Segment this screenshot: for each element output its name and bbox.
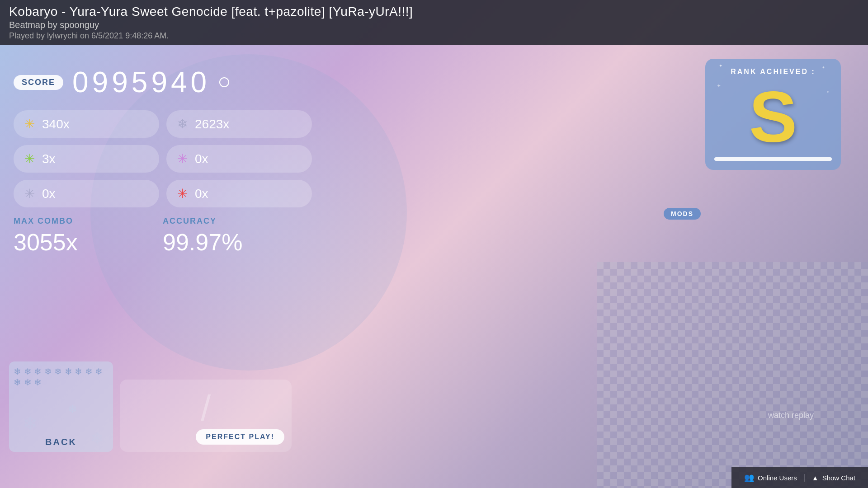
- miss-value: 0x: [195, 187, 208, 201]
- hitgeki-value: 0x: [42, 187, 56, 201]
- play-info: Played by lylwrychi on 6/5/2021 9:48:26 …: [9, 31, 859, 41]
- hitkatu-icon: ✳: [177, 151, 188, 166]
- online-users-button[interactable]: 👥 Online Users: [737, 473, 804, 483]
- rank-star-1: ✦: [719, 63, 722, 68]
- show-chat-button[interactable]: ▲ Show Chat: [804, 474, 863, 482]
- rank-letter: S: [714, 80, 832, 153]
- hitkatu-value: 0x: [195, 152, 208, 166]
- rank-achieved-label: RANK ACHIEVED :: [714, 68, 832, 76]
- watch-replay-button[interactable]: watch replay: [768, 411, 814, 420]
- max-combo-value: 3055x: [14, 229, 163, 256]
- hit100-icon: ❄: [177, 117, 188, 131]
- max-combo-label: MAX COMBO: [14, 216, 163, 226]
- perfect-play-area: PERFECT PLAY!: [120, 380, 292, 452]
- score-row: SCORE 0995940: [14, 66, 312, 99]
- hit50-icon: ✳: [24, 151, 35, 166]
- rank-card: ✦ ✦ RANK ACHIEVED : ✦ ✦ S: [705, 59, 841, 170]
- hit300-value: 340x: [42, 117, 70, 131]
- back-label: BACK: [45, 437, 77, 447]
- rank-star-3: ✦: [717, 83, 721, 89]
- score-circle-icon: [219, 77, 229, 87]
- rank-white-bar: [714, 157, 832, 161]
- bottom-stats: MAX COMBO 3055x ACCURACY 99.97%: [14, 216, 312, 256]
- song-title: Kobaryo - Yura-Yura Sweet Genocide [feat…: [9, 5, 859, 19]
- rank-star-4: ✦: [826, 89, 830, 94]
- score-label-badge: SCORE: [14, 75, 63, 90]
- stat-pill-hitkatu: ✳ 0x: [166, 145, 312, 173]
- rank-star-2: ✦: [822, 66, 825, 70]
- perfect-play-container: PERFECT PLAY!: [120, 380, 292, 452]
- stat-pill-hit50: ✳ 3x: [14, 145, 159, 173]
- title-bar: Kobaryo - Yura-Yura Sweet Genocide [feat…: [0, 0, 868, 45]
- stat-pill-hitgeki: ✳ 0x: [14, 180, 159, 207]
- hit300-icon: ✳: [24, 117, 35, 131]
- bottom-bar: 👥 Online Users ▲ Show Chat: [731, 467, 868, 488]
- max-combo-section: MAX COMBO 3055x: [14, 216, 163, 256]
- beatmap-author: Beatmap by spoonguy: [9, 20, 859, 30]
- rank-panel: ✦ ✦ RANK ACHIEVED : ✦ ✦ S: [705, 59, 841, 170]
- online-users-label: Online Users: [758, 474, 797, 482]
- stat-pill-miss: ✳ 0x: [166, 180, 312, 207]
- hit100-value: 2623x: [195, 117, 229, 131]
- score-value: 0995940: [72, 66, 210, 99]
- bg-checker-pattern: [597, 262, 868, 488]
- perfect-play-button[interactable]: PERFECT PLAY!: [196, 429, 284, 445]
- accuracy-value: 99.97%: [163, 229, 312, 256]
- chevron-up-icon: ▲: [812, 474, 819, 482]
- miss-icon: ✳: [177, 186, 188, 201]
- stat-pill-hit100: ❄ 2623x: [166, 110, 312, 138]
- stats-grid: ✳ 340x ❄ 2623x ✳ 3x ✳ 0x ✳ 0x ✳ 0x: [14, 110, 312, 207]
- accuracy-label: ACCURACY: [163, 216, 312, 226]
- back-thumbnail[interactable]: ❄ ❄ ❄ ❄ ❄ ❄ ❄ ❄ ❄ ❄ ❄ ❄ BACK: [9, 361, 113, 452]
- hitgeki-icon: ✳: [24, 186, 35, 201]
- accuracy-section: ACCURACY 99.97%: [163, 216, 312, 256]
- hit50-value: 3x: [42, 152, 56, 166]
- online-users-icon: 👥: [744, 473, 754, 483]
- show-chat-label: Show Chat: [822, 474, 855, 482]
- stat-pill-hit300: ✳ 340x: [14, 110, 159, 138]
- mods-badge[interactable]: MODS: [664, 208, 701, 220]
